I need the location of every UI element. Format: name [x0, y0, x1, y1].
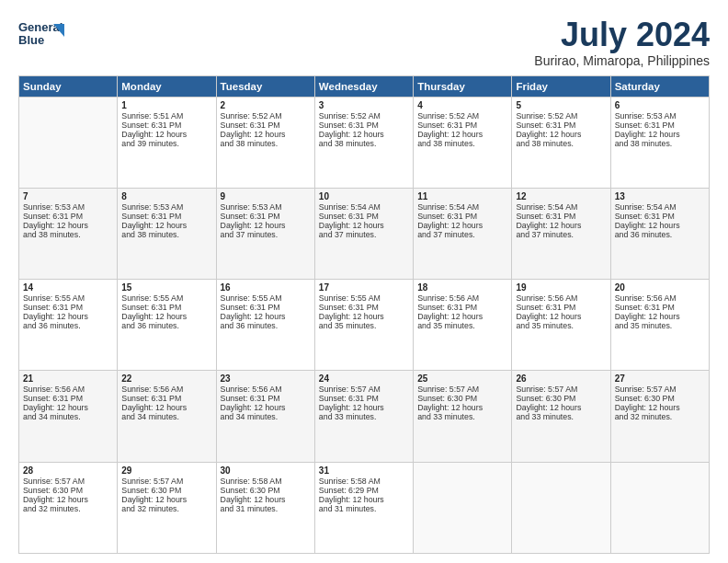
- calendar-week-row: 14Sunrise: 5:55 AMSunset: 6:31 PMDayligh…: [19, 280, 710, 371]
- day-number: 9: [221, 191, 311, 201]
- day-info-line: and 38 minutes.: [221, 139, 311, 148]
- day-info-line: and 35 minutes.: [319, 321, 409, 330]
- day-info-line: Sunrise: 5:56 AM: [615, 293, 705, 303]
- day-number: 19: [516, 282, 606, 293]
- day-info-line: and 38 minutes.: [23, 230, 113, 239]
- day-info-line: Sunrise: 5:53 AM: [23, 202, 113, 212]
- day-info-line: Sunrise: 5:54 AM: [319, 202, 409, 212]
- day-number: 22: [121, 373, 211, 384]
- day-info-line: Sunset: 6:30 PM: [121, 486, 211, 495]
- table-row: 12Sunrise: 5:54 AMSunset: 6:31 PMDayligh…: [512, 188, 610, 279]
- table-row: 30Sunrise: 5:58 AMSunset: 6:30 PMDayligh…: [216, 462, 314, 553]
- day-info-line: Daylight: 12 hours: [516, 312, 606, 321]
- day-info-line: and 37 minutes.: [516, 230, 606, 239]
- day-info-line: Sunset: 6:31 PM: [615, 121, 705, 130]
- weekday-header: Wednesday: [314, 75, 413, 97]
- day-info-line: Sunset: 6:31 PM: [23, 212, 113, 221]
- day-info-line: Sunrise: 5:55 AM: [23, 293, 113, 303]
- table-row: 16Sunrise: 5:55 AMSunset: 6:31 PMDayligh…: [216, 280, 314, 371]
- day-info-line: and 37 minutes.: [319, 230, 409, 239]
- day-info-line: Sunrise: 5:57 AM: [319, 385, 409, 394]
- calendar-table: SundayMondayTuesdayWednesdayThursdayFrid…: [18, 75, 710, 554]
- day-info-line: Sunset: 6:31 PM: [121, 121, 211, 130]
- calendar-week-row: 21Sunrise: 5:56 AMSunset: 6:31 PMDayligh…: [19, 371, 710, 462]
- table-row: 22Sunrise: 5:56 AMSunset: 6:31 PMDayligh…: [118, 371, 216, 462]
- calendar-week-row: 7Sunrise: 5:53 AMSunset: 6:31 PMDaylight…: [19, 188, 710, 279]
- day-info-line: and 36 minutes.: [121, 321, 211, 330]
- day-number: 23: [221, 373, 311, 384]
- day-info-line: Daylight: 12 hours: [516, 403, 606, 412]
- day-number: 4: [417, 100, 507, 110]
- day-number: 3: [319, 100, 409, 110]
- day-info-line: Daylight: 12 hours: [23, 495, 113, 504]
- day-info-line: Sunset: 6:31 PM: [615, 212, 705, 221]
- day-info-line: Daylight: 12 hours: [121, 403, 211, 412]
- day-info-line: Daylight: 12 hours: [121, 130, 211, 139]
- table-row: 15Sunrise: 5:55 AMSunset: 6:31 PMDayligh…: [118, 280, 216, 371]
- day-info-line: Sunset: 6:31 PM: [417, 303, 507, 312]
- weekday-header: Saturday: [610, 75, 709, 97]
- table-row: 8Sunrise: 5:53 AMSunset: 6:31 PMDaylight…: [118, 188, 216, 279]
- table-row: 19Sunrise: 5:56 AMSunset: 6:31 PMDayligh…: [512, 280, 610, 371]
- day-info-line: Daylight: 12 hours: [319, 221, 409, 230]
- table-row: 7Sunrise: 5:53 AMSunset: 6:31 PMDaylight…: [19, 188, 118, 279]
- day-info-line: Sunset: 6:31 PM: [221, 212, 311, 221]
- weekday-header: Thursday: [414, 75, 512, 97]
- day-info-line: Sunrise: 5:57 AM: [121, 477, 211, 486]
- header: GeneralBlue July 2024 Burirao, Mimaropa,…: [18, 17, 710, 68]
- table-row: 23Sunrise: 5:56 AMSunset: 6:31 PMDayligh…: [216, 371, 314, 462]
- day-info-line: Sunrise: 5:54 AM: [516, 202, 606, 212]
- logo-svg: GeneralBlue: [18, 17, 69, 52]
- day-info-line: and 37 minutes.: [417, 230, 507, 239]
- day-info-line: and 34 minutes.: [221, 412, 311, 421]
- day-info-line: Daylight: 12 hours: [121, 495, 211, 504]
- day-info-line: Sunrise: 5:53 AM: [121, 202, 211, 212]
- calendar-week-row: 28Sunrise: 5:57 AMSunset: 6:30 PMDayligh…: [19, 462, 710, 553]
- day-info-line: Sunrise: 5:55 AM: [319, 293, 409, 303]
- day-info-line: Sunset: 6:31 PM: [221, 303, 311, 312]
- day-info-line: and 38 minutes.: [516, 139, 606, 148]
- day-info-line: and 38 minutes.: [121, 230, 211, 239]
- day-number: 21: [23, 373, 113, 384]
- day-info-line: Sunrise: 5:53 AM: [615, 111, 705, 121]
- day-info-line: Sunset: 6:31 PM: [417, 212, 507, 221]
- day-info-line: and 36 minutes.: [221, 321, 311, 330]
- day-info-line: and 34 minutes.: [23, 412, 113, 421]
- day-info-line: Sunrise: 5:57 AM: [615, 385, 705, 394]
- day-info-line: and 33 minutes.: [516, 412, 606, 421]
- day-info-line: Sunrise: 5:52 AM: [319, 111, 409, 121]
- day-number: 10: [319, 191, 409, 201]
- day-info-line: Sunset: 6:31 PM: [319, 212, 409, 221]
- day-info-line: Sunrise: 5:51 AM: [121, 111, 211, 121]
- day-info-line: Sunset: 6:31 PM: [516, 121, 606, 130]
- day-info-line: and 35 minutes.: [417, 321, 507, 330]
- table-row: 1Sunrise: 5:51 AMSunset: 6:31 PMDaylight…: [118, 97, 216, 188]
- day-number: 25: [417, 373, 507, 384]
- day-info-line: Sunset: 6:31 PM: [615, 303, 705, 312]
- day-info-line: Daylight: 12 hours: [417, 403, 507, 412]
- day-info-line: Sunrise: 5:53 AM: [221, 202, 311, 212]
- day-info-line: and 36 minutes.: [615, 230, 705, 239]
- day-info-line: Daylight: 12 hours: [319, 495, 409, 504]
- day-number: 1: [121, 100, 211, 110]
- page: GeneralBlue July 2024 Burirao, Mimaropa,…: [0, 0, 728, 563]
- table-row: 13Sunrise: 5:54 AMSunset: 6:31 PMDayligh…: [610, 188, 709, 279]
- day-info-line: Sunrise: 5:56 AM: [121, 385, 211, 394]
- table-row: 20Sunrise: 5:56 AMSunset: 6:31 PMDayligh…: [610, 280, 709, 371]
- day-number: 12: [516, 191, 606, 201]
- day-info-line: and 31 minutes.: [319, 504, 409, 513]
- day-info-line: Sunset: 6:30 PM: [615, 394, 705, 403]
- day-info-line: Daylight: 12 hours: [121, 221, 211, 230]
- day-info-line: Sunrise: 5:56 AM: [23, 385, 113, 394]
- table-row: 10Sunrise: 5:54 AMSunset: 6:31 PMDayligh…: [314, 188, 413, 279]
- day-number: 8: [121, 191, 211, 201]
- day-info-line: Daylight: 12 hours: [417, 221, 507, 230]
- day-info-line: and 37 minutes.: [221, 230, 311, 239]
- day-info-line: Daylight: 12 hours: [221, 403, 311, 412]
- day-number: 26: [516, 373, 606, 384]
- day-info-line: Daylight: 12 hours: [615, 312, 705, 321]
- table-row: 26Sunrise: 5:57 AMSunset: 6:30 PMDayligh…: [512, 371, 610, 462]
- day-info-line: and 38 minutes.: [615, 139, 705, 148]
- weekday-header: Tuesday: [216, 75, 314, 97]
- calendar-body: 1Sunrise: 5:51 AMSunset: 6:31 PMDaylight…: [19, 97, 710, 553]
